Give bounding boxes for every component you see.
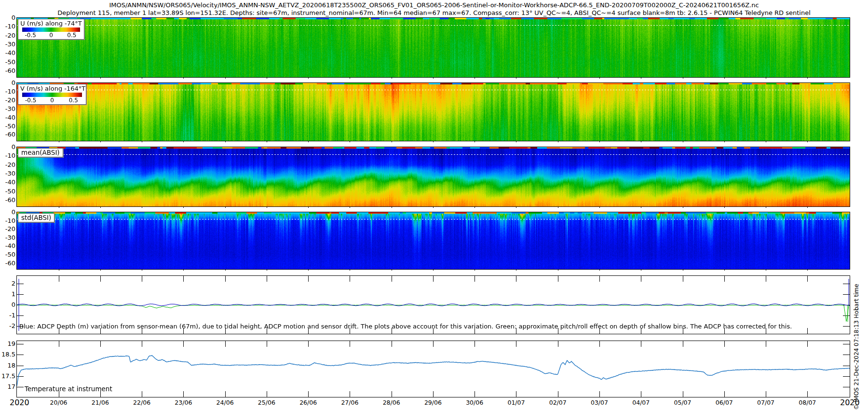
u-depth-tick--50: -50 bbox=[0, 58, 15, 66]
figure-title-filename: IMOS/ANMN/NSW/ORS065/Velocity/IMOS_ANMN-… bbox=[0, 1, 868, 9]
v-depth-tick--50: -50 bbox=[0, 123, 15, 130]
x-date-tick-20-06: 20/06 bbox=[44, 399, 73, 406]
x-date-tick-03-07: 03/07 bbox=[585, 399, 614, 406]
u-x-tick bbox=[142, 77, 142, 79]
temp-tick-17: 17 bbox=[0, 383, 15, 390]
u-x-tick bbox=[433, 77, 434, 79]
v-depth-tick--10: -10 bbox=[0, 88, 15, 95]
mean-absi-x-tick bbox=[558, 206, 558, 208]
v-depth-tick-0: 0 bbox=[0, 79, 15, 86]
temp-tick-18.5: 18.5 bbox=[0, 351, 15, 358]
std-absi-depth-tick-0: 0 bbox=[0, 208, 15, 216]
v-x-tick bbox=[683, 141, 683, 142]
mean-absi-x-tick bbox=[599, 206, 600, 208]
u-x-tick bbox=[807, 77, 808, 79]
mean-absi-x-tick bbox=[683, 206, 683, 208]
v-x-tick bbox=[641, 141, 641, 142]
x-axis-year-left: 2020 bbox=[10, 398, 29, 407]
mean-absi-x-tick bbox=[142, 206, 142, 208]
mean-absi-heatmap bbox=[17, 147, 850, 206]
depth-variation-panel: Blue: ADCP Depth (m) variation from sens… bbox=[16, 275, 850, 334]
u-x-tick bbox=[766, 77, 766, 79]
std-absi-x-tick bbox=[100, 269, 101, 271]
mean-absi-x-tick bbox=[475, 206, 475, 208]
mean-absi-x-tick bbox=[267, 206, 267, 208]
u-x-tick bbox=[59, 77, 59, 79]
u-x-tick bbox=[558, 77, 558, 79]
v-depth-tick--20: -20 bbox=[0, 96, 15, 104]
u-x-tick bbox=[350, 77, 350, 79]
std-absi-depth-tick--10: -10 bbox=[0, 217, 15, 224]
x-date-tick-26-06: 26/06 bbox=[294, 399, 323, 406]
temperature-panel: Temperature at instrument bbox=[16, 341, 850, 397]
x-date-tick-24-06: 24/06 bbox=[211, 399, 240, 406]
mean-absi-label: mean(ABSI) bbox=[18, 148, 63, 157]
v-x-tick bbox=[766, 141, 766, 142]
u-x-tick bbox=[683, 77, 683, 79]
depth-var-tick-2: 2 bbox=[0, 280, 15, 287]
std-absi-x-tick bbox=[599, 269, 600, 271]
std-absi-label: std(ABSI) bbox=[18, 213, 54, 222]
temperature-label: Temperature at instrument bbox=[25, 385, 112, 393]
u-depth-tick--20: -20 bbox=[0, 32, 15, 39]
v-legend-title: V (m/s) along -164°T bbox=[18, 84, 86, 92]
depth-var-tick--1: -1 bbox=[0, 312, 15, 319]
std-absi-depth-tick--30: -30 bbox=[0, 234, 15, 241]
v-x-tick bbox=[433, 141, 434, 142]
u-x-tick bbox=[516, 77, 516, 79]
std-absi-x-tick bbox=[766, 269, 766, 271]
v-depth-tick--40: -40 bbox=[0, 114, 15, 121]
std-absi-panel: std(ABSI) bbox=[16, 212, 850, 270]
u-depth-tick--60: -60 bbox=[0, 67, 15, 74]
v-x-tick bbox=[558, 141, 558, 142]
x-date-tick-04-07: 04/07 bbox=[626, 399, 655, 406]
std-absi-x-tick bbox=[641, 269, 641, 271]
v-x-tick bbox=[807, 141, 808, 142]
v-x-tick bbox=[599, 141, 600, 142]
v-colorbar-legend: V (m/s) along -164°T -0.5 0 0.5 bbox=[18, 84, 86, 105]
std-absi-x-tick bbox=[142, 269, 142, 271]
mean-absi-x-tick bbox=[724, 206, 725, 208]
u-depth-tick--10: -10 bbox=[0, 23, 15, 30]
v-x-tick bbox=[183, 141, 184, 142]
x-date-tick-30-06: 30/06 bbox=[460, 399, 489, 406]
u-cb-tick-pos: 0.5 bbox=[67, 32, 76, 39]
std-absi-depth-tick--50: -50 bbox=[0, 251, 15, 258]
mean-absi-depth-tick--30: -30 bbox=[0, 170, 15, 177]
std-absi-x-tick bbox=[516, 269, 516, 271]
u-x-tick bbox=[225, 77, 226, 79]
temp-tick-17.5: 17.5 bbox=[0, 372, 15, 380]
x-date-tick-01-07: 01/07 bbox=[502, 399, 530, 406]
std-absi-x-tick bbox=[558, 269, 558, 271]
temp-tick-18: 18 bbox=[0, 362, 15, 369]
v-cb-tick-neg: -0.5 bbox=[25, 97, 36, 104]
depth-var-tick-0: 0 bbox=[0, 301, 15, 308]
v-colorbar-ticks: -0.5 0 0.5 bbox=[22, 97, 82, 104]
mean-absi-depth-tick-0: 0 bbox=[0, 143, 15, 150]
v-x-tick bbox=[308, 141, 309, 142]
u-colorbar-ticks: -0.5 0 0.5 bbox=[22, 32, 80, 39]
u-cb-tick-zero: 0 bbox=[49, 32, 53, 39]
u-x-tick bbox=[392, 77, 392, 79]
v-x-tick bbox=[100, 141, 101, 142]
figure-subtitle-deployment-info: Deployment 115, member 1 lat=33.89S lon=… bbox=[0, 9, 868, 16]
mean-absi-x-tick bbox=[308, 206, 309, 208]
mean-absi-x-tick bbox=[807, 206, 808, 208]
std-absi-x-tick bbox=[350, 269, 350, 271]
v-x-tick bbox=[59, 141, 59, 142]
std-absi-x-tick bbox=[724, 269, 725, 271]
mean-absi-depth-tick--60: -60 bbox=[0, 196, 15, 204]
x-date-tick-29-06: 29/06 bbox=[419, 399, 448, 406]
v-depth-tick--60: -60 bbox=[0, 131, 15, 138]
mean-absi-x-tick bbox=[392, 206, 392, 208]
x-date-tick-08-07: 08/07 bbox=[793, 399, 822, 406]
v-x-tick bbox=[516, 141, 516, 142]
mean-absi-x-tick bbox=[59, 206, 59, 208]
std-absi-x-tick bbox=[807, 269, 808, 271]
v-x-tick bbox=[142, 141, 142, 142]
temperature-lineplot bbox=[17, 341, 850, 397]
v-cb-tick-pos: 0.5 bbox=[69, 97, 78, 104]
u-colorbar-legend: U (m/s) along -74°T -0.5 0 0.5 bbox=[18, 19, 84, 40]
v-x-tick bbox=[267, 141, 267, 142]
temp-tick-19: 19 bbox=[0, 340, 15, 347]
